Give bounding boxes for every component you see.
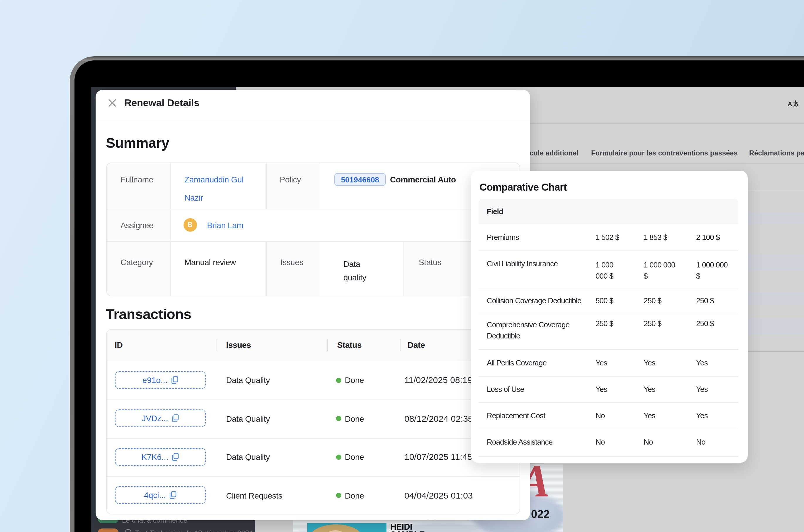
svg-text:A: A [788, 100, 792, 107]
